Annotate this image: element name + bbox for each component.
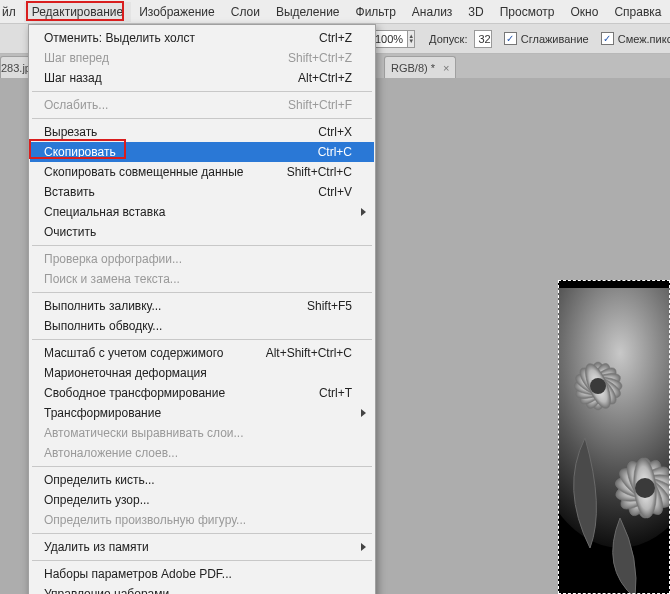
menu-item-shortcut: Ctrl+T (319, 386, 352, 400)
menu-item[interactable]: Определить узор... (30, 490, 374, 510)
submenu-arrow-icon (361, 543, 366, 551)
contiguous-label: Смеж.пикс (618, 33, 670, 45)
menu-item-label: Вырезать (44, 125, 318, 139)
menu-edit[interactable]: Редактирование (24, 2, 131, 22)
menu-separator (32, 466, 372, 467)
menu-item-label: Вставить (44, 185, 318, 199)
submenu-arrow-icon (361, 208, 366, 216)
antialias-label: Сглаживание (521, 33, 589, 45)
menu-help[interactable]: Справка (606, 2, 669, 22)
menu-item[interactable]: Выполнить заливку...Shift+F5 (30, 296, 374, 316)
menu-item[interactable]: ВырезатьCtrl+X (30, 122, 374, 142)
tab-label: RGB/8) * (391, 62, 435, 74)
menu-item-label: Очистить (44, 225, 352, 239)
close-icon[interactable]: × (443, 62, 449, 74)
menu-image[interactable]: Изображение (131, 2, 223, 22)
menu-item-label: Специальная вставка (44, 205, 352, 219)
menu-view[interactable]: Просмотр (492, 2, 563, 22)
menu-item-label: Выполнить обводку... (44, 319, 352, 333)
menu-item-shortcut: Shift+Ctrl+F (288, 98, 352, 112)
menu-item[interactable]: Удалить из памяти (30, 537, 374, 557)
menu-item: Шаг впередShift+Ctrl+Z (30, 48, 374, 68)
menu-item-label: Марионеточная деформация (44, 366, 352, 380)
menu-item-label: Выполнить заливку... (44, 299, 307, 313)
menu-item: Автоматически выравнивать слои... (30, 423, 374, 443)
menu-item-shortcut: Ctrl+C (318, 145, 352, 159)
tolerance-input[interactable]: 32 (474, 30, 492, 48)
menu-item[interactable]: Очистить (30, 222, 374, 242)
document-preview (558, 280, 670, 594)
menu-item[interactable]: СкопироватьCtrl+C (30, 142, 374, 162)
edit-dropdown-menu: Отменить: Выделить холстCtrl+ZШаг вперед… (28, 24, 376, 594)
menu-item-shortcut: Shift+Ctrl+Z (288, 51, 352, 65)
menu-window[interactable]: Окно (563, 2, 607, 22)
menu-item-label: Проверка орфографии... (44, 252, 352, 266)
menu-separator (32, 292, 372, 293)
check-icon: ✓ (601, 32, 614, 45)
menu-item-label: Масштаб с учетом содержимого (44, 346, 266, 360)
contiguous-checkbox[interactable]: ✓ Смеж.пикс (601, 32, 670, 45)
menu-item-label: Трансформирование (44, 406, 352, 420)
menu-item[interactable]: Масштаб с учетом содержимогоAlt+Shift+Ct… (30, 343, 374, 363)
menu-item[interactable]: Наборы параметров Adobe PDF... (30, 564, 374, 584)
menu-item-label: Автоналожение слоев... (44, 446, 352, 460)
menu-item-label: Шаг назад (44, 71, 298, 85)
menu-item-label: Отменить: Выделить холст (44, 31, 319, 45)
document-tab[interactable]: RGB/8) * × (384, 56, 456, 78)
menu-item: Ослабить...Shift+Ctrl+F (30, 95, 374, 115)
menu-item-shortcut: Alt+Ctrl+Z (298, 71, 352, 85)
menu-analysis[interactable]: Анализ (404, 2, 461, 22)
menu-item-label: Определить произвольную фигуру... (44, 513, 352, 527)
menu-item-label: Поиск и замена текста... (44, 272, 352, 286)
menu-3d[interactable]: 3D (460, 2, 491, 22)
menu-item[interactable]: Управление наборами... (30, 584, 374, 594)
menu-item-label: Ослабить... (44, 98, 288, 112)
menu-item-shortcut: Alt+Shift+Ctrl+C (266, 346, 352, 360)
menu-item[interactable]: Выполнить обводку... (30, 316, 374, 336)
check-icon: ✓ (504, 32, 517, 45)
menu-item[interactable]: Определить кисть... (30, 470, 374, 490)
menu-item-label: Управление наборами... (44, 587, 352, 594)
menu-item-label: Скопировать совмещенные данные (44, 165, 287, 179)
menu-item[interactable]: Специальная вставка (30, 202, 374, 222)
zoom-input[interactable]: 100% (374, 30, 408, 48)
svg-point-19 (635, 478, 655, 498)
menu-item-label: Удалить из памяти (44, 540, 352, 554)
menu-layers[interactable]: Слои (223, 2, 268, 22)
menu-item[interactable]: ВставитьCtrl+V (30, 182, 374, 202)
menubar: йл Редактирование Изображение Слои Выдел… (0, 0, 670, 24)
menu-item-label: Определить узор... (44, 493, 352, 507)
svg-point-10 (590, 378, 606, 394)
menu-item: Автоналожение слоев... (30, 443, 374, 463)
menu-item[interactable]: Скопировать совмещенные данныеShift+Ctrl… (30, 162, 374, 182)
menu-item: Определить произвольную фигуру... (30, 510, 374, 530)
menu-separator (32, 560, 372, 561)
menu-separator (32, 533, 372, 534)
menu-item[interactable]: Марионеточная деформация (30, 363, 374, 383)
menu-item: Поиск и замена текста... (30, 269, 374, 289)
menu-separator (32, 118, 372, 119)
menu-item: Проверка орфографии... (30, 249, 374, 269)
menu-item-label: Определить кисть... (44, 473, 352, 487)
menu-separator (32, 339, 372, 340)
menu-filter[interactable]: Фильтр (348, 2, 404, 22)
menu-item[interactable]: Отменить: Выделить холстCtrl+Z (30, 28, 374, 48)
menu-separator (32, 245, 372, 246)
antialias-checkbox[interactable]: ✓ Сглаживание (504, 32, 589, 45)
menu-item-shortcut: Shift+Ctrl+C (287, 165, 352, 179)
menu-item-label: Наборы параметров Adobe PDF... (44, 567, 352, 581)
menu-item[interactable]: Свободное трансформированиеCtrl+T (30, 383, 374, 403)
menu-file[interactable]: йл (2, 2, 24, 22)
zoom-stepper[interactable]: ▲▼ (408, 30, 415, 48)
tolerance-label: Допуск: (429, 33, 467, 45)
menu-item-shortcut: Shift+F5 (307, 299, 352, 313)
menu-item-label: Автоматически выравнивать слои... (44, 426, 352, 440)
menu-item-label: Скопировать (44, 145, 318, 159)
menu-item[interactable]: Шаг назадAlt+Ctrl+Z (30, 68, 374, 88)
menu-item-shortcut: Ctrl+X (318, 125, 352, 139)
menu-select[interactable]: Выделение (268, 2, 348, 22)
tab-label: 283.jp (1, 62, 31, 74)
menu-item-shortcut: Ctrl+V (318, 185, 352, 199)
menu-separator (32, 91, 372, 92)
menu-item[interactable]: Трансформирование (30, 403, 374, 423)
